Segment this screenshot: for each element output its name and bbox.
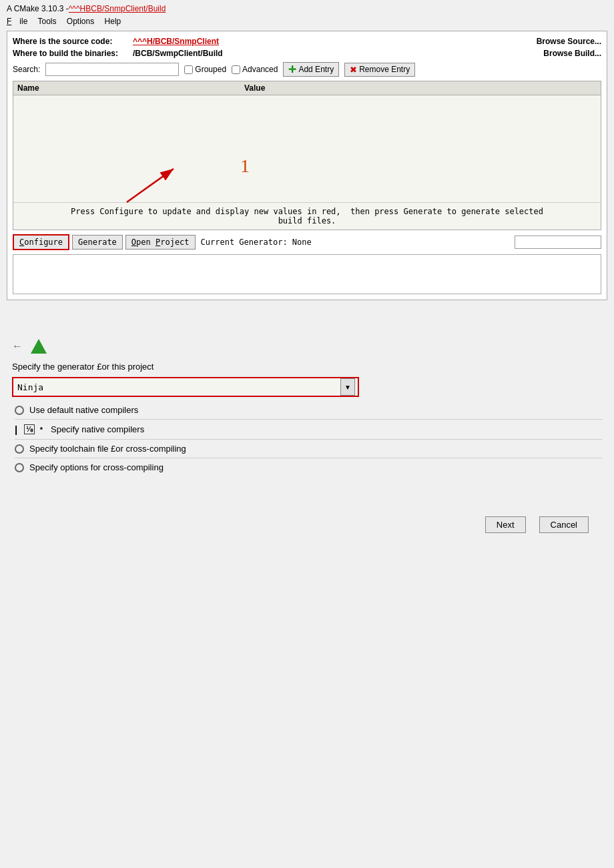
menu-options[interactable]: Options	[67, 17, 94, 26]
open-project-button[interactable]: Open Project	[125, 235, 196, 250]
generator-select-wrapper[interactable]: ▼	[12, 377, 359, 397]
generator-box	[515, 236, 601, 249]
build-row: Where to build the binaries: /BCB/SwmpCl…	[13, 49, 601, 58]
add-entry-button[interactable]: ✛ Add Entry	[283, 62, 339, 77]
generator-dialog: ← Specify the generator £or this project…	[7, 334, 607, 538]
generator-label: Current Generator: None	[201, 238, 312, 247]
advanced-checkbox[interactable]	[232, 65, 240, 74]
menu-help[interactable]: Help	[105, 17, 121, 26]
radio-row-toolchain[interactable]: Specify toolchain file £or cross-compili…	[15, 444, 602, 458]
nav-row: ←	[12, 339, 602, 354]
cmake-main-window: Where is the source code: ^^^H/BCB/SnmpC…	[7, 31, 607, 300]
separator	[0, 307, 614, 334]
source-label: Where is the source code:	[13, 37, 133, 46]
menu-tools[interactable]: Tools	[37, 17, 56, 26]
browse-build-button[interactable]: Browse Build...	[543, 49, 601, 58]
source-value: ^^^H/BCB/SnmpClient	[133, 37, 219, 46]
red-arrow	[120, 165, 187, 205]
radio-row-native[interactable]: | ¹⁄₈ * Specify native compilers	[15, 424, 602, 440]
radio-row-cross[interactable]: Specify options for cross-compiling	[15, 462, 602, 476]
table-body: 1	[13, 95, 601, 202]
cancel-button[interactable]: Cancel	[539, 516, 589, 533]
table-area: Name Value 1 Press Configure to update	[13, 81, 601, 230]
configure-button[interactable]: Configure	[13, 234, 69, 250]
fraction-icon: ¹⁄₈	[24, 424, 35, 434]
warning-triangle	[31, 339, 47, 354]
back-arrow[interactable]: ←	[12, 340, 23, 352]
col-name-header: Name	[17, 83, 244, 93]
radio-cross-label: Specify options for cross-compiling	[29, 462, 164, 472]
browse-source-button[interactable]: Browse Source...	[537, 37, 601, 46]
table-header: Name Value	[13, 81, 601, 95]
grouped-checkbox[interactable]	[184, 65, 193, 74]
radio-cross-icon[interactable]	[15, 463, 24, 472]
search-input[interactable]	[45, 63, 179, 76]
dialog-bottom-buttons: Next Cancel	[12, 516, 602, 533]
log-area	[13, 254, 601, 294]
title-bar: A CMake 3.10.3 -^^^HBCB/SnmpClient/Build	[0, 0, 614, 15]
radio-options: Use default native compilers | ¹⁄₈ * Spe…	[15, 405, 602, 476]
asterisk-icon: *	[40, 426, 43, 434]
status-text: Press Configure to update and display ne…	[13, 202, 601, 230]
menu-file[interactable]: File	[7, 17, 27, 26]
radio-toolchain-label: Specify toolchain file £or cross-compili…	[29, 444, 186, 454]
menu-bar: File Tools Options Help	[0, 15, 614, 28]
generate-button[interactable]: Generate	[72, 235, 123, 250]
source-row: Where is the source code: ^^^H/BCB/SnmpC…	[13, 37, 601, 46]
radio-toolchain-icon[interactable]	[15, 444, 24, 454]
remove-entry-button[interactable]: ✖ Remove Entry	[344, 63, 415, 77]
radio-row-default[interactable]: Use default native compilers	[15, 405, 602, 420]
remove-icon: ✖	[350, 65, 357, 75]
add-icon: ✛	[288, 64, 296, 75]
radio-native-label: Specify native compilers	[51, 424, 144, 434]
build-label: Where to build the binaries:	[13, 49, 133, 58]
radio-default-label: Use default native compilers	[29, 405, 138, 415]
radio-default-icon[interactable]	[15, 406, 24, 415]
svg-line-1	[127, 169, 174, 202]
advanced-label[interactable]: Advanced	[232, 65, 278, 74]
cursor-bar-icon: |	[15, 424, 17, 435]
title-prefix: A CMake 3.10.3 -	[7, 4, 69, 13]
build-value: /BCB/SwmpClient/Build	[133, 49, 223, 58]
col-value-header: Value	[244, 83, 597, 93]
generator-input[interactable]	[13, 378, 340, 396]
dropdown-arrow-icon[interactable]: ▼	[340, 378, 355, 396]
bottom-buttons: Configure Generate Open Project Current …	[13, 234, 601, 250]
title-path: ^^^HBCB/SnmpClient/Build	[69, 4, 166, 13]
annotation-number: 1	[240, 155, 250, 177]
search-bar: Search: Grouped Advanced ✛ Add Entry ✖ R…	[13, 62, 601, 77]
generator-spec-label: Specify the generator £or this project	[12, 362, 602, 372]
grouped-label[interactable]: Grouped	[184, 65, 226, 74]
next-button[interactable]: Next	[485, 516, 526, 533]
search-label: Search:	[13, 65, 40, 74]
